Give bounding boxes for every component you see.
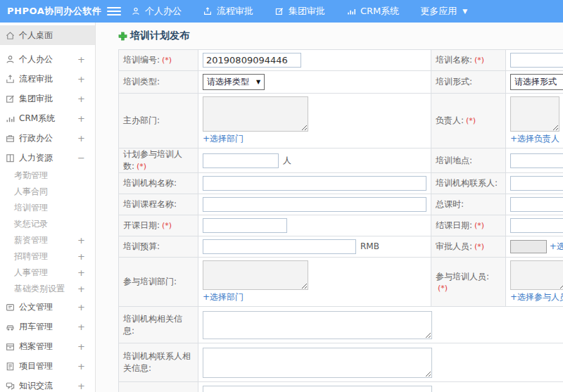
host-department-textarea[interactable] xyxy=(203,96,308,132)
menu-toggle-icon[interactable] xyxy=(107,7,121,15)
sidebar-item-archive-mgmt[interactable]: 档案管理 + xyxy=(0,336,95,356)
sidebar-subitem-label: 人事管理 xyxy=(14,267,48,279)
sidebar-item-vehicle-mgmt[interactable]: 用车管理 + xyxy=(0,317,95,336)
sidebar-item-workflow-approval[interactable]: 流程审批 + xyxy=(0,69,95,89)
car-icon xyxy=(5,322,15,332)
training-form-select[interactable]: 请选择形式▼ xyxy=(510,74,563,90)
edit-icon xyxy=(274,6,284,16)
budget-input[interactable] xyxy=(203,239,356,254)
training-location-input[interactable] xyxy=(510,153,563,168)
table-row: 开课日期:(*) 结课日期:(*) xyxy=(119,215,563,236)
add-icon xyxy=(118,32,127,41)
table-row: 培训类型: 请选择类型▼ 培训形式: 请选择形式▼ xyxy=(119,71,563,94)
participating-departments-textarea[interactable] xyxy=(203,260,308,290)
sidebar-item-label: 行政办公 xyxy=(19,132,53,144)
select-approver-link[interactable]: +选择审批人员 xyxy=(550,241,563,251)
sidebar-item-hr[interactable]: 人力资源 − xyxy=(0,148,95,167)
training-org-contact-input[interactable] xyxy=(510,176,563,191)
training-code-input[interactable] xyxy=(203,53,301,68)
sidebar-item-label: 个人桌面 xyxy=(19,30,53,42)
upload-icon xyxy=(5,74,15,84)
sidebar-subitem-salary-mgmt[interactable]: 薪资管理 + xyxy=(0,232,95,248)
table-row: 培训课程名称: 总课时: xyxy=(119,194,563,215)
select-value: 请选择形式 xyxy=(514,76,557,88)
required-marker: (*) xyxy=(162,56,172,65)
sidebar-subitem-reward-punishment[interactable]: 奖惩记录 xyxy=(0,216,95,232)
expand-indicator: + xyxy=(77,74,85,84)
nav-personal-office[interactable]: 个人办公 xyxy=(131,5,182,18)
expand-indicator: + xyxy=(77,54,85,65)
sidebar-item-label: 集团审批 xyxy=(19,93,53,105)
sidebar-item-label: 个人办公 xyxy=(19,53,53,65)
archive-icon xyxy=(5,341,15,352)
end-date-input[interactable] xyxy=(510,218,563,233)
sidebar-item-admin-office[interactable]: 行政办公 + xyxy=(0,128,95,148)
edit-icon xyxy=(5,94,15,104)
sidebar-item-crm[interactable]: CRM系统 + xyxy=(0,108,95,128)
clipboard-icon xyxy=(5,361,15,372)
expand-indicator: + xyxy=(77,94,85,104)
start-date-input[interactable] xyxy=(203,218,287,233)
sidebar-subitem-hr-contract[interactable]: 人事合同 xyxy=(0,184,95,200)
sidebar-item-group-approval[interactable]: 集团审批 + xyxy=(0,89,95,108)
sidebar-item-label: 公文管理 xyxy=(19,301,53,313)
sidebar-subitem-attendance-mgmt[interactable]: 考勤管理 xyxy=(0,167,95,184)
expand-indicator: + xyxy=(77,361,85,372)
briefcase-icon xyxy=(5,133,15,144)
planned-participants-input[interactable] xyxy=(203,153,279,168)
sidebar-subitem-personnel-mgmt[interactable]: 人事管理 + xyxy=(0,265,95,281)
required-marker: (*) xyxy=(438,284,448,293)
training-org-name-input[interactable] xyxy=(203,176,426,191)
leader-textarea[interactable] xyxy=(510,96,559,132)
participants-textarea[interactable] xyxy=(510,260,563,290)
sidebar-subitem-base-category-settings[interactable]: 基础类别设置 + xyxy=(0,281,95,297)
nav-crm[interactable]: CRM系统 xyxy=(346,5,399,18)
total-hours-input[interactable] xyxy=(510,197,563,212)
table-row: 计划参与培训人数:(*) 人 培训地点: xyxy=(119,148,563,173)
training-requirements-textarea[interactable] xyxy=(203,386,432,392)
nav-group-approval[interactable]: 集团审批 xyxy=(274,5,325,18)
table-row: 主办部门: +选择部门 负责人:(*) +选择负责人 xyxy=(119,94,563,148)
sidebar-item-document-mgmt[interactable]: 公文管理 + xyxy=(0,297,95,317)
training-type-select[interactable]: 请选择类型▼ xyxy=(203,74,265,90)
expand-indicator: + xyxy=(77,341,85,352)
nav-workflow-approval[interactable]: 流程审批 xyxy=(203,5,253,18)
field-label: 审批人员: xyxy=(436,241,472,251)
select-department-link[interactable]: +选择部门 xyxy=(203,134,243,144)
field-label: 参与培训部门: xyxy=(123,277,177,286)
nav-label: 更多应用 xyxy=(420,5,457,18)
table-row: 参与培训部门: +选择部门 参与培训人员:(*) +选择参与人员 xyxy=(119,258,563,307)
bar-chart-icon xyxy=(5,113,15,124)
expand-indicator: + xyxy=(77,381,85,391)
select-leader-link[interactable]: +选择负责人 xyxy=(510,134,559,144)
required-marker: (*) xyxy=(162,221,172,230)
select-participants-link[interactable]: +选择参与人员 xyxy=(510,292,563,302)
field-label: 培训机构联系人: xyxy=(436,178,498,188)
nav-more-apps[interactable]: 更多应用 ▼ xyxy=(420,5,467,18)
sidebar-subitem-recruit-mgmt[interactable]: 招聘管理 + xyxy=(0,248,95,265)
course-name-input[interactable] xyxy=(203,197,426,212)
field-label: 培训机构相关信息: xyxy=(123,314,182,336)
main-content: 培训计划发布 培训编号:(*) 培训名称:(*) 培训类型: 请选择类型▼ 培训… xyxy=(96,23,563,392)
approver-input[interactable] xyxy=(510,240,547,253)
training-plan-form: 培训编号:(*) 培训名称:(*) 培训类型: 请选择类型▼ 培训形式: 请选择… xyxy=(118,49,563,392)
field-label: 开课日期: xyxy=(123,220,160,230)
expand-indicator: + xyxy=(77,322,85,332)
org-info-textarea[interactable] xyxy=(203,311,432,339)
sidebar-subitem-training-mgmt[interactable]: 培训管理 xyxy=(0,200,95,216)
training-name-input[interactable] xyxy=(510,53,563,68)
sidebar-item-personal-office[interactable]: 个人办公 + xyxy=(0,49,95,69)
sidebar-item-knowledge-exchange[interactable]: 知识交流 + xyxy=(0,376,95,392)
org-contact-info-textarea[interactable] xyxy=(203,348,432,378)
field-label: 培训课程名称: xyxy=(123,199,177,209)
sidebar-item-label: 用车管理 xyxy=(19,321,53,333)
required-marker: (*) xyxy=(474,242,484,251)
sidebar-item-label: CRM系统 xyxy=(19,113,55,125)
sidebar-item-project-mgmt[interactable]: 项目管理 + xyxy=(0,356,95,376)
select-participating-department-link[interactable]: +选择部门 xyxy=(203,292,243,302)
chat-icon xyxy=(5,381,15,391)
sidebar-item-personal-desktop[interactable]: 个人桌面 xyxy=(0,25,95,45)
field-label: 主办部门: xyxy=(123,115,160,125)
field-label: 培训编号: xyxy=(123,55,160,65)
sidebar-subitem-label: 考勤管理 xyxy=(14,170,48,182)
